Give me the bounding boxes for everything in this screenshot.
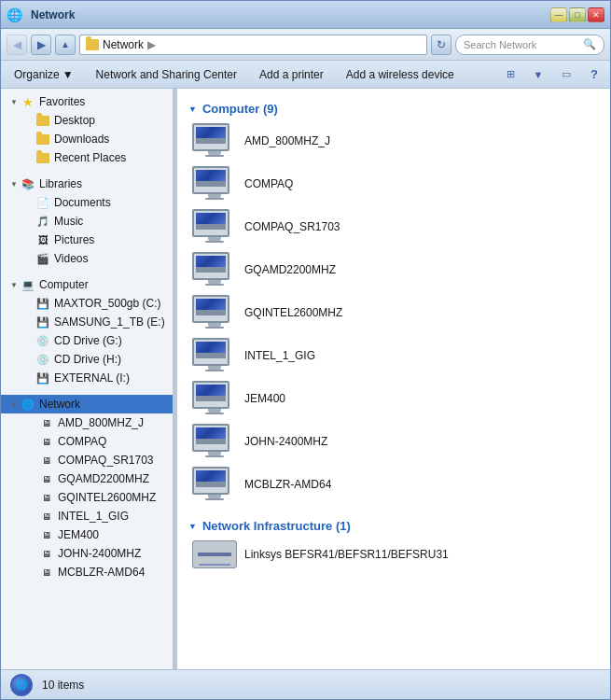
sidebar-item-compaq-sr[interactable]: COMPAQ_SR1703 — [1, 451, 173, 469]
sidebar-item-documents[interactable]: Documents — [1, 193, 173, 212]
network-section: ▼ Network AMD_800MHZ_J COMPAQ — [1, 391, 173, 585]
file-item-john2400[interactable]: JOHN-2400MHZ — [181, 420, 606, 463]
add-printer-button[interactable]: Add a printer — [252, 64, 331, 85]
computer-label: Computer — [39, 278, 89, 291]
refresh-button[interactable]: ↻ — [431, 35, 451, 55]
sidebar-item-jem400[interactable]: JEM400 — [1, 525, 173, 544]
main-content: ▼ Favorites Desktop Downloads — [1, 89, 610, 669]
gqintel-label: GQINTEL2600MHZ — [58, 491, 156, 504]
linksys-router-icon — [192, 540, 237, 568]
network-sharing-button[interactable]: Network and Sharing Center — [89, 64, 244, 85]
sidebar-item-desktop[interactable]: Desktop — [1, 111, 173, 130]
intel1gig-computer-icon — [192, 338, 237, 373]
file-item-compaqsr[interactable]: COMPAQ_SR1703 — [181, 205, 606, 248]
infrastructure-group-header[interactable]: Network Infrastructure (1) — [181, 513, 606, 537]
file-item-mcblzr[interactable]: MCBLZR-AMD64 — [181, 463, 606, 506]
cdg-label: CD Drive (G:) — [54, 334, 122, 347]
file-item-intel1gig[interactable]: INTEL_1_GIG — [181, 334, 606, 377]
samsung-icon — [35, 315, 50, 329]
desktop-label: Desktop — [54, 114, 95, 127]
linksys-item-label: Linksys BEFSR41/BEFSR11/BEFSRU31 — [244, 548, 449, 561]
search-bar[interactable]: Search Network 🔍 — [455, 35, 604, 55]
file-item-amd800[interactable]: AMD_800MHZ_J — [181, 119, 606, 162]
left-panel: ▼ Favorites Desktop Downloads — [1, 89, 174, 669]
sidebar-item-cdg[interactable]: CD Drive (G:) — [1, 331, 173, 350]
view-button[interactable]: ⊞ — [500, 64, 521, 85]
file-item-gqintel[interactable]: GQINTEL2600MHZ — [181, 291, 606, 334]
sidebar-item-recent-places[interactable]: Recent Places — [1, 148, 173, 167]
maxtor-label: MAXTOR_500gb (C:) — [54, 297, 161, 310]
favorites-toggle: ▼ — [8, 96, 20, 107]
compaq-label: COMPAQ — [58, 435, 106, 448]
libraries-section: ▼ Libraries Documents Music P — [1, 171, 173, 272]
sidebar-item-videos[interactable]: Videos — [1, 249, 173, 268]
title-bar: 🌐 Network — □ ✕ — [1, 1, 610, 29]
organize-button[interactable]: Organize ▼ — [7, 64, 81, 85]
sidebar-item-amd800[interactable]: AMD_800MHZ_J — [1, 413, 173, 432]
downloads-toggle — [23, 133, 35, 145]
window-title: Network — [31, 8, 75, 21]
documents-icon — [35, 196, 50, 209]
favorites-header[interactable]: ▼ Favorites — [1, 92, 173, 111]
sidebar-item-downloads[interactable]: Downloads — [1, 130, 173, 148]
sidebar-item-samsung[interactable]: SAMSUNG_1_TB (E:) — [1, 313, 173, 331]
sidebar-item-intel1gig[interactable]: INTEL_1_GIG — [1, 507, 173, 525]
address-path[interactable]: Network ▶ — [79, 35, 427, 55]
network-header[interactable]: ▼ Network — [1, 395, 173, 413]
add-wireless-button[interactable]: Add a wireless device — [339, 64, 462, 85]
music-label: Music — [54, 215, 83, 228]
pictures-icon — [35, 233, 50, 246]
mcblzr-item-label: MCBLZR-AMD64 — [244, 478, 331, 491]
sidebar-item-mcblzr[interactable]: MCBLZR-AMD64 — [1, 563, 173, 581]
computer-group-label: Computer (9) — [202, 102, 278, 116]
john2400-computer-icon — [192, 424, 237, 459]
address-bar: ◀ ▶ ▲ Network ▶ ↻ Search Network 🔍 — [1, 29, 610, 61]
gqintel-icon — [39, 491, 54, 504]
file-item-compaq[interactable]: COMPAQ — [181, 162, 606, 205]
file-item-gqamd[interactable]: GQAMD2200MHZ — [181, 248, 606, 291]
gqintel-item-label: GQINTEL2600MHZ — [244, 306, 342, 319]
sidebar-item-compaq[interactable]: COMPAQ — [1, 432, 173, 451]
help-button[interactable]: ? — [584, 64, 604, 85]
search-placeholder: Search Network — [464, 39, 536, 50]
sidebar-item-gqamd[interactable]: GQAMD2200MHZ — [1, 469, 173, 488]
gqamd-item-label: GQAMD2200MHZ — [244, 263, 336, 276]
back-button[interactable]: ◀ — [7, 35, 27, 55]
jem400-label: JEM400 — [58, 528, 99, 541]
libraries-header[interactable]: ▼ Libraries — [1, 175, 173, 193]
close-button[interactable]: ✕ — [588, 7, 604, 22]
status-bar: 🌐 10 items — [1, 669, 610, 699]
sidebar-item-music[interactable]: Music — [1, 212, 173, 231]
minimize-button[interactable]: — — [550, 7, 567, 22]
john2400-icon — [39, 547, 54, 560]
gqamd-computer-icon — [192, 252, 237, 287]
libraries-icon — [21, 177, 35, 190]
cdh-label: CD Drive (H:) — [54, 353, 121, 366]
preview-button[interactable]: ▭ — [556, 64, 576, 85]
sidebar-item-external[interactable]: EXTERNAL (I:) — [1, 369, 173, 387]
explorer-window: 🌐 Network — □ ✕ ◀ ▶ ▲ Network ▶ ↻ Search… — [0, 0, 611, 700]
sidebar-item-john2400[interactable]: JOHN-2400MHZ — [1, 544, 173, 563]
sidebar-item-gqintel[interactable]: GQINTEL2600MHZ — [1, 488, 173, 507]
sidebar-item-cdh[interactable]: CD Drive (H:) — [1, 350, 173, 369]
intel1gig-label: INTEL_1_GIG — [58, 510, 129, 523]
desktop-toggle — [23, 115, 35, 126]
john2400-label: JOHN-2400MHZ — [58, 547, 141, 560]
file-item-linksys[interactable]: Linksys BEFSR41/BEFSR11/BEFSRU31 — [181, 537, 606, 572]
amd800-item-label: AMD_800MHZ_J — [244, 134, 330, 147]
up-button[interactable]: ▲ — [55, 35, 76, 55]
computer-header[interactable]: ▼ Computer — [1, 275, 173, 294]
infrastructure-items-grid: Linksys BEFSR41/BEFSR11/BEFSRU31 — [181, 537, 606, 572]
forward-button[interactable]: ▶ — [31, 35, 51, 55]
file-item-jem400[interactable]: JEM400 — [181, 377, 606, 420]
external-label: EXTERNAL (I:) — [54, 371, 130, 385]
maximize-button[interactable]: □ — [569, 7, 586, 22]
search-icon: 🔍 — [583, 38, 596, 50]
status-globe-icon: 🌐 — [10, 674, 33, 696]
view-dropdown-button[interactable]: ▼ — [528, 64, 549, 85]
gqamd-icon — [39, 472, 54, 485]
sidebar-item-maxtor[interactable]: MAXTOR_500gb (C:) — [1, 294, 173, 313]
libraries-label: Libraries — [39, 177, 82, 190]
computer-group-header[interactable]: Computer (9) — [181, 96, 606, 119]
sidebar-item-pictures[interactable]: Pictures — [1, 231, 173, 249]
